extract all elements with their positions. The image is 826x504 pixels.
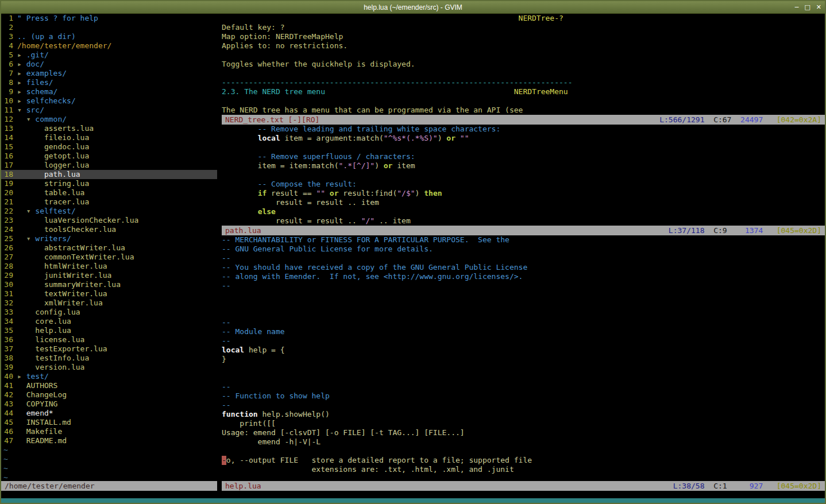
- nerdtree-statusline[interactable]: /home/tester/emender: [1, 481, 217, 491]
- code-line[interactable]: The NERD tree has a menu that can be pro…: [222, 106, 825, 115]
- code-line[interactable]: --: [222, 336, 825, 346]
- empty-line-tilde[interactable]: ~: [1, 455, 217, 464]
- code-line[interactable]: result = result .. item: [222, 198, 825, 207]
- minimize-button[interactable]: ─: [795, 3, 799, 11]
- tree-item[interactable]: 19 string.lua: [1, 179, 217, 188]
- tree-item[interactable]: 29 junitWriter.lua: [1, 271, 217, 280]
- tree-item[interactable]: 16 getopt.lua: [1, 152, 217, 161]
- code-line[interactable]: else: [222, 207, 825, 216]
- tree-item[interactable]: 32 xmlWriter.lua: [1, 298, 217, 308]
- code-line[interactable]: -o, --output FILE store a detailed repor…: [222, 456, 825, 465]
- tree-item[interactable]: 47 README.md: [1, 436, 217, 445]
- code-line[interactable]: [222, 143, 825, 152]
- code-line[interactable]: item = item:match(".*[^/]") or item: [222, 161, 825, 170]
- tree-item[interactable]: 35 help.lua: [1, 326, 217, 335]
- tree-item[interactable]: 30 summaryWriter.lua: [1, 280, 217, 289]
- tree-item[interactable]: 28 htmlWriter.lua: [1, 262, 217, 271]
- code-line[interactable]: --: [222, 254, 825, 263]
- tree-item[interactable]: 3.. (up a dir): [1, 32, 217, 41]
- code-line[interactable]: extensions are: .txt, .html, .xml, and .…: [222, 465, 825, 474]
- code-line[interactable]: [222, 447, 825, 456]
- tree-item[interactable]: 36 license.lua: [1, 335, 217, 344]
- code-line[interactable]: Default key: ?: [222, 23, 825, 32]
- code-line[interactable]: local item = argument:match("^%s*(.*%S)"…: [222, 134, 825, 143]
- tree-item[interactable]: 9▸ schema/: [1, 87, 217, 96]
- tree-item[interactable]: 4/home/tester/emender/: [1, 41, 217, 51]
- code-line[interactable]: }: [222, 355, 825, 364]
- code-line[interactable]: Applies to: no restrictions.: [222, 41, 825, 51]
- code-line[interactable]: 2.3. The NERD tree menu NERDTreeMenu: [222, 87, 825, 96]
- code-line[interactable]: -- along with Emender. If not, see <http…: [222, 272, 825, 281]
- close-button[interactable]: ✕: [816, 3, 821, 11]
- tree-item[interactable]: 7▸ examples/: [1, 69, 217, 78]
- code-line[interactable]: print([[: [222, 419, 825, 428]
- tree-item[interactable]: 17 logger.lua: [1, 161, 217, 170]
- tree-item[interactable]: 21 tracer.lua: [1, 197, 217, 207]
- statusline-nerdtree-help[interactable]: NERD_tree.txt [-][RO] L:566/1291 C:67 24…: [222, 115, 825, 125]
- code-line[interactable]: result = result .. "/" .. item: [222, 216, 825, 226]
- code-line[interactable]: [222, 290, 825, 300]
- code-line[interactable]: -- Module name: [222, 327, 825, 336]
- code-line[interactable]: [222, 96, 825, 106]
- tree-item[interactable]: 27 commonTextWriter.lua: [1, 253, 217, 262]
- maximize-button[interactable]: □: [804, 3, 810, 11]
- code-line[interactable]: -- Remove superfluous / characters:: [222, 152, 825, 161]
- tree-item[interactable]: 43 COPYING: [1, 400, 217, 409]
- code-line[interactable]: -- MERCHANTABILITY or FITNESS FOR A PART…: [222, 235, 825, 245]
- code-line[interactable]: function help.showHelp(): [222, 410, 825, 419]
- empty-line-tilde[interactable]: ~: [1, 473, 217, 481]
- tree-item[interactable]: 15 gendoc.lua: [1, 142, 217, 152]
- tree-item[interactable]: 24 toolsChecker.lua: [1, 225, 217, 234]
- code-line[interactable]: -- Function to show help: [222, 391, 825, 401]
- tree-item[interactable]: 25 ▾ writers/: [1, 234, 217, 243]
- editor-window-help-lua[interactable]: -- MERCHANTABILITY or FITNESS FOR A PART…: [222, 235, 825, 481]
- tree-item[interactable]: 40▸ test/: [1, 372, 217, 381]
- tree-item[interactable]: 8▸ files/: [1, 78, 217, 87]
- editor-window-nerdtree-help[interactable]: NERDTree-?Default key: ?Map option: NERD…: [222, 14, 825, 115]
- tree-item[interactable]: 13 asserts.lua: [1, 124, 217, 133]
- code-line[interactable]: [222, 170, 825, 180]
- tree-item[interactable]: 22 ▾ selftest/: [1, 207, 217, 216]
- code-line[interactable]: ----------------------------------------…: [222, 78, 825, 87]
- statusline-path-lua[interactable]: path.lua L:37/118 C:9 1374 [045=0x2D]: [222, 226, 825, 235]
- code-line[interactable]: Toggles whether the quickhelp is display…: [222, 60, 825, 69]
- tree-item[interactable]: 1" Press ? for help: [1, 14, 217, 23]
- tree-item[interactable]: 18 path.lua: [1, 170, 217, 179]
- tree-item[interactable]: 14 fileio.lua: [1, 133, 217, 142]
- tree-item[interactable]: 37 testExporter.lua: [1, 344, 217, 354]
- tree-item[interactable]: 41 AUTHORS: [1, 381, 217, 390]
- nerdtree-file-tree[interactable]: 1" Press ? for help23.. (up a dir)4/home…: [1, 14, 217, 481]
- tree-item[interactable]: 11▾ src/: [1, 106, 217, 115]
- vertical-split-separator[interactable]: [217, 14, 222, 491]
- tree-item[interactable]: 5▸ .git/: [1, 51, 217, 60]
- empty-line-tilde[interactable]: ~: [1, 445, 217, 455]
- tree-item[interactable]: 33 config.lua: [1, 308, 217, 317]
- code-line[interactable]: emend -h|-V|-L: [222, 437, 825, 447]
- tree-item[interactable]: 39 version.lua: [1, 363, 217, 372]
- code-line[interactable]: NERDTree-?: [222, 14, 825, 23]
- code-line[interactable]: [222, 300, 825, 309]
- code-line[interactable]: --: [222, 281, 825, 290]
- code-line[interactable]: [222, 364, 825, 373]
- code-line[interactable]: [222, 309, 825, 318]
- tree-item[interactable]: 31 textWriter.lua: [1, 289, 217, 298]
- tree-item[interactable]: 42 ChangeLog: [1, 390, 217, 400]
- tree-item[interactable]: 12 ▾ common/: [1, 115, 217, 124]
- code-line[interactable]: -- You should have received a copy of th…: [222, 263, 825, 272]
- tree-item[interactable]: 2: [1, 23, 217, 32]
- tree-item[interactable]: 20 table.lua: [1, 188, 217, 197]
- tree-item[interactable]: 6▸ doc/: [1, 60, 217, 69]
- code-line[interactable]: if result == "" or result:find("/$") the…: [222, 189, 825, 198]
- tree-item[interactable]: 46 Makefile: [1, 427, 217, 436]
- code-line[interactable]: [222, 69, 825, 78]
- code-line[interactable]: --: [222, 318, 825, 327]
- code-line[interactable]: [222, 373, 825, 382]
- code-line[interactable]: -- GNU General Public License for more d…: [222, 245, 825, 254]
- tree-item[interactable]: 10▸ selfchecks/: [1, 96, 217, 106]
- tree-item[interactable]: 44 emend*: [1, 409, 217, 418]
- window-titlebar[interactable]: help.lua (~/emender/src) - GVIM ─ □ ✕: [1, 1, 825, 14]
- code-line[interactable]: Usage: emend [-clsvDT] [-o FILE] [-t TAG…: [222, 428, 825, 437]
- statusline-help-lua[interactable]: help.lua L:38/58 C:1 927 [045=0x2D]: [222, 481, 825, 491]
- tree-item[interactable]: 45 INSTALL.md: [1, 418, 217, 427]
- tree-item[interactable]: 23 luaVersionChecker.lua: [1, 216, 217, 225]
